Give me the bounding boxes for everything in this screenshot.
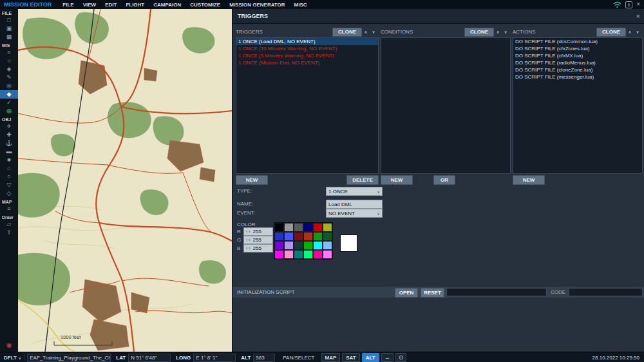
static-object-icon[interactable]: ■	[0, 156, 18, 164]
palette-color-swatch[interactable]	[274, 223, 284, 232]
conditions-new-button[interactable]: NEW	[381, 175, 413, 185]
palette-color-swatch[interactable]	[303, 232, 313, 241]
trigger-list-item[interactable]: 1 ONCE (Mission End, NO EVENT)	[236, 59, 378, 66]
increment-icon[interactable]: ›	[248, 229, 251, 234]
palette-color-swatch[interactable]	[313, 232, 323, 241]
menu-item-campaign[interactable]: CAMPAIGN	[149, 2, 185, 8]
menu-item-mission-generator[interactable]: MISSION GENERATOR	[225, 2, 289, 8]
sat-view-button[interactable]: SAT	[342, 353, 359, 362]
palette-color-swatch[interactable]	[284, 223, 294, 232]
info-icon[interactable]: i	[625, 1, 632, 8]
palette-color-swatch[interactable]	[274, 250, 284, 259]
fail-conditions-icon[interactable]: ◈	[0, 65, 18, 73]
palette-color-swatch[interactable]	[323, 232, 332, 241]
palette-color-swatch[interactable]	[323, 223, 332, 232]
aircraft-icon[interactable]: ✈	[0, 122, 18, 131]
actions-clone-button[interactable]: CLONE	[596, 28, 626, 37]
mission-goals-icon[interactable]: ◎	[0, 82, 18, 90]
measure-tool-icon[interactable]: ↔	[381, 353, 393, 362]
palette-color-swatch[interactable]	[294, 232, 303, 241]
triggers-list[interactable]: 1 ONCE (Load DML, NO EVENT)1 ONCE (10 Mi…	[236, 37, 379, 174]
ship-icon[interactable]: ⚓	[0, 139, 18, 148]
vehicle-icon[interactable]: ▬	[0, 148, 18, 156]
action-list-item[interactable]: DO SCRIPT FILE (cfxMX.lua)	[513, 52, 642, 59]
event-dropdown[interactable]: NO EVENT ∨	[326, 209, 383, 218]
palette-color-swatch[interactable]	[313, 250, 323, 259]
palette-color-swatch[interactable]	[303, 223, 313, 232]
action-list-item[interactable]: DO SCRIPT FILE (messenger.lua)	[513, 73, 642, 81]
mission-name-field[interactable]: EAF_Training_Playground_The_Channel(	[27, 354, 111, 362]
actions-list[interactable]: DO SCRIPT FILE (dcsCommon.lua)DO SCRIPT …	[513, 37, 643, 174]
red-channel-stepper[interactable]: ‹› 255	[243, 227, 273, 236]
map-view-button[interactable]: MAP	[321, 353, 341, 362]
actions-move-down-icon[interactable]: ∨	[634, 28, 641, 36]
triggers-delete-button[interactable]: DELETE	[346, 175, 379, 185]
briefing-icon[interactable]: ✎	[0, 73, 18, 82]
palette-color-swatch[interactable]	[294, 223, 303, 232]
conditions-move-up-icon[interactable]: ∧	[494, 28, 502, 36]
palette-color-swatch[interactable]	[313, 223, 323, 232]
script-file-input[interactable]	[446, 288, 547, 296]
palette-color-swatch[interactable]	[284, 232, 294, 241]
map-area[interactable]: 1000 feet	[18, 9, 232, 352]
blue-channel-stepper[interactable]: ‹› 255	[243, 244, 273, 252]
trigger-list-item[interactable]: 1 ONCE (10 Minutes Warning, NO EVENT)	[236, 45, 378, 52]
menu-item-customize[interactable]: CUSTOMIZE	[185, 2, 225, 8]
save-mission-icon[interactable]: ▦	[0, 33, 18, 41]
triggers-move-up-icon[interactable]: ∧	[362, 28, 370, 36]
menu-item-flight[interactable]: FLIGHT	[121, 2, 149, 8]
conditions-move-down-icon[interactable]: ∨	[502, 28, 509, 36]
triggers-window-titlebar[interactable]: TRIGGERS ×	[232, 9, 644, 24]
app-close-icon[interactable]: ×	[636, 1, 640, 8]
actions-move-up-icon[interactable]: ∧	[626, 28, 634, 36]
action-list-item[interactable]: DO SCRIPT FILE (dcsCommon.lua)	[513, 38, 642, 45]
name-input[interactable]: Load DML	[326, 200, 383, 209]
actions-new-button[interactable]: NEW	[513, 175, 545, 185]
palette-color-swatch[interactable]	[313, 241, 323, 250]
map-canvas[interactable]: 1000 feet	[18, 9, 232, 352]
trigger-zone-icon[interactable]: ○	[0, 173, 18, 181]
palette-color-swatch[interactable]	[303, 241, 313, 250]
open-script-button[interactable]: OPEN	[395, 288, 418, 298]
waypoint-icon[interactable]: ◇	[0, 189, 18, 198]
palette-color-swatch[interactable]	[323, 250, 332, 259]
trigger-list-item[interactable]: 1 ONCE (5 Minutes Warning, NO EVENT)	[236, 52, 378, 59]
triggers-icon[interactable]: ◆	[0, 90, 18, 99]
menu-item-edit[interactable]: EDIT	[100, 2, 121, 8]
action-list-item[interactable]: DO SCRIPT FILE (radioMenus.lua)	[513, 59, 642, 66]
palette-color-swatch[interactable]	[294, 250, 303, 259]
palette-color-swatch[interactable]	[303, 250, 313, 259]
triggers-clone-button[interactable]: CLONE	[332, 28, 362, 37]
draw-polygon-icon[interactable]: ▱	[0, 220, 18, 229]
alt-view-button[interactable]: ALT	[362, 353, 379, 362]
reset-script-button[interactable]: RESET	[421, 288, 444, 298]
menu-item-misc[interactable]: MISC	[290, 2, 312, 8]
menu-item-file[interactable]: FILE	[58, 2, 78, 8]
code-input[interactable]	[569, 288, 643, 296]
mission-options-icon[interactable]: ≡	[0, 48, 18, 57]
conditions-or-button[interactable]: OR	[433, 175, 455, 185]
palette-color-swatch[interactable]	[284, 241, 294, 250]
trigger-list-item[interactable]: 1 ONCE (Load DML, NO EVENT)	[236, 38, 378, 45]
compass-tool-icon[interactable]: ⊙	[395, 353, 407, 362]
conditions-list[interactable]	[381, 37, 511, 174]
type-dropdown[interactable]: 1 ONCE ∨	[326, 187, 383, 196]
palette-color-swatch[interactable]	[274, 241, 284, 250]
conditions-clone-button[interactable]: CLONE	[464, 28, 494, 37]
open-mission-icon[interactable]: ▣	[0, 24, 18, 33]
summary-icon[interactable]: ✓	[0, 99, 18, 107]
airbase-icon[interactable]: ⌂	[0, 164, 18, 173]
weather-icon[interactable]: ☼	[0, 57, 18, 65]
palette-color-swatch[interactable]	[274, 232, 284, 241]
triggers-new-button[interactable]: NEW	[236, 175, 268, 185]
helicopter-icon[interactable]: ✚	[0, 131, 18, 139]
triggers-move-down-icon[interactable]: ∨	[370, 28, 377, 36]
palette-color-swatch[interactable]	[323, 241, 332, 250]
map-layers-icon[interactable]: ≡	[0, 205, 18, 213]
record-icon[interactable]: ◉	[0, 341, 18, 349]
increment-icon[interactable]: ›	[248, 246, 251, 251]
add-unit-icon[interactable]: ⊕	[0, 107, 18, 115]
palette-color-swatch[interactable]	[284, 250, 294, 259]
action-list-item[interactable]: DO SCRIPT FILE (cfxZones.lua)	[513, 45, 642, 52]
template-icon[interactable]: ▽	[0, 181, 18, 189]
